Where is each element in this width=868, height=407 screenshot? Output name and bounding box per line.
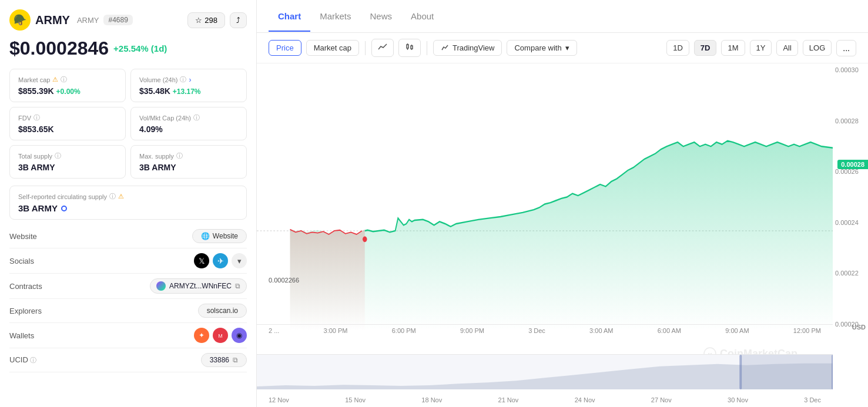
website-button[interactable]: 🌐 Website xyxy=(192,229,247,243)
usd-label: USD xyxy=(852,324,866,331)
price-value: $0.0002846 xyxy=(9,38,109,59)
mini-chart-svg xyxy=(257,355,833,389)
right-panel: Chart Markets News About Price Market ca… xyxy=(257,0,868,407)
volume-expand-icon[interactable]: › xyxy=(189,76,191,84)
watchlist-button[interactable]: ☆ 298 xyxy=(187,12,225,28)
copy-icon[interactable]: ⧉ xyxy=(235,282,240,290)
info-icon-ucid: ⓘ xyxy=(30,356,36,364)
volume-change: +13.17% xyxy=(173,88,201,96)
website-row: Website 🌐 Website xyxy=(9,224,247,248)
svg-rect-14 xyxy=(832,355,833,389)
tab-markets[interactable]: Markets xyxy=(310,2,360,32)
supply-dot xyxy=(61,206,67,211)
coin-logo: 🪖 xyxy=(9,9,31,31)
vol-mkt-value: 4.09% xyxy=(139,125,238,134)
time-label-3: 9:00 PM xyxy=(460,327,484,334)
mini-time-5: 27 Nov xyxy=(651,396,672,403)
mini-time-2: 18 Nov xyxy=(421,396,442,403)
circ-supply-label: Self-reported circulating supply ⓘ ⚠ xyxy=(18,192,238,201)
max-supply-card: Max. supply ⓘ 3B ARMY xyxy=(130,145,247,179)
time-label-6: 6:00 AM xyxy=(658,327,681,334)
price-axis-1: 0.00030 xyxy=(835,66,866,73)
volume-card: Volume (24h) ⓘ › $35.48K +13.17% xyxy=(130,69,247,102)
price-display: $0.0002846 +25.54% (1d) xyxy=(9,38,247,59)
tab-chart[interactable]: Chart xyxy=(269,2,310,32)
price-axis-4: 0.00024 xyxy=(835,219,866,226)
circ-supply-card: Self-reported circulating supply ⓘ ⚠ 3B … xyxy=(9,186,247,220)
coin-rank: #4689 xyxy=(103,15,132,25)
total-supply-value: 3B ARMY xyxy=(18,163,117,172)
mini-time-7: 3 Dec xyxy=(804,396,821,403)
socials-row: Socials 𝕏 ✈ ▾ xyxy=(9,248,247,274)
price-axis-3: 0.00026 xyxy=(835,168,866,175)
time-1d-button[interactable]: 1D xyxy=(666,40,689,56)
svg-rect-13 xyxy=(739,355,742,389)
explorers-label: Explorers xyxy=(9,307,42,315)
website-label: Website xyxy=(9,232,37,241)
info-icon: ⓘ xyxy=(61,75,67,84)
contract-badge: ARMYZt...WNnFEC ⧉ xyxy=(150,278,247,294)
mini-time-1: 15 Nov xyxy=(345,396,366,403)
explorers-row: Explorers solscan.io xyxy=(9,299,247,323)
volume-value: $35.48K +13.17% xyxy=(139,86,238,96)
coin-actions: ☆ 298 ⤴ xyxy=(187,12,247,28)
star-icon: ☆ xyxy=(195,16,202,25)
contract-address: ARMYZt...WNnFEC xyxy=(169,282,232,290)
svg-rect-5 xyxy=(411,46,413,49)
contracts-label: Contracts xyxy=(9,282,42,291)
candle-chart-icon-btn[interactable] xyxy=(398,39,421,57)
time-1m-button[interactable]: 1M xyxy=(721,40,745,56)
tab-news[interactable]: News xyxy=(361,2,402,32)
tab-about[interactable]: About xyxy=(401,2,443,32)
time-label-7: 9:00 AM xyxy=(725,327,749,334)
svg-text:M: M xyxy=(218,333,223,339)
warning-icon: ⚠ xyxy=(52,76,58,83)
svg-rect-12 xyxy=(740,355,833,389)
market-cap-change: +0.00% xyxy=(56,88,81,96)
wallet-1-icon[interactable]: ✦ xyxy=(194,328,209,343)
vol-mkt-label: Vol/Mkt Cap (24h) ⓘ xyxy=(139,113,238,122)
mini-chart[interactable] xyxy=(257,354,833,389)
globe-icon: 🌐 xyxy=(201,232,210,240)
marketcap-button[interactable]: Market cap xyxy=(306,40,359,56)
solana-icon xyxy=(156,281,166,291)
price-button[interactable]: Price xyxy=(269,40,301,56)
contracts-row: Contracts ARMYZt...WNnFEC ⧉ xyxy=(9,274,247,299)
line-chart-icon-btn[interactable] xyxy=(371,39,394,57)
time-1y-button[interactable]: 1Y xyxy=(750,40,772,56)
time-all-button[interactable]: All xyxy=(776,40,797,56)
time-label-5: 3:00 AM xyxy=(589,327,613,334)
time-7d-button[interactable]: 7D xyxy=(694,40,717,56)
time-label-4: 3 Dec xyxy=(528,327,545,334)
compare-with-button[interactable]: Compare with ▾ xyxy=(507,40,577,56)
share-icon: ⤴ xyxy=(236,16,240,25)
tradingview-button[interactable]: TradingView xyxy=(433,40,502,56)
mini-time-0: 12 Nov xyxy=(269,396,289,403)
share-button[interactable]: ⤴ xyxy=(230,12,247,28)
time-label-1: 3:00 PM xyxy=(324,327,348,334)
mini-time-4: 24 Nov xyxy=(575,396,595,403)
price-section: $0.0002846 +25.54% (1d) xyxy=(9,38,247,59)
coin-identity: 🪖 ARMY ARMY #4689 xyxy=(9,9,133,31)
wallet-3-icon[interactable]: ◉ xyxy=(232,328,247,343)
socials-more-icon[interactable]: ▾ xyxy=(232,253,247,268)
socials-value: 𝕏 ✈ ▾ xyxy=(194,253,247,268)
star-count: 298 xyxy=(205,16,217,25)
socials-label: Socials xyxy=(9,257,34,265)
market-cap-label: Market cap ⚠ ⓘ xyxy=(18,75,117,84)
mini-time-axis: 12 Nov 15 Nov 18 Nov 21 Nov 24 Nov 27 No… xyxy=(257,396,833,403)
time-label-8: 12:00 PM xyxy=(793,327,821,334)
tabs-bar: Chart Markets News About xyxy=(257,0,868,33)
price-axis-2: 0.00028 xyxy=(835,117,866,125)
volume-label: Volume (24h) ⓘ › xyxy=(139,75,238,84)
more-button[interactable]: ... xyxy=(836,40,856,56)
wallet-2-icon[interactable]: M xyxy=(213,328,228,343)
explorer-button[interactable]: solscan.io xyxy=(198,304,247,318)
log-button[interactable]: LOG xyxy=(803,40,832,56)
copy-ucid-icon[interactable]: ⧉ xyxy=(233,356,238,364)
twitter-icon[interactable]: 𝕏 xyxy=(194,253,209,268)
svg-point-9 xyxy=(363,237,367,243)
start-price-label: 0.0002266 xyxy=(269,277,299,284)
telegram-icon[interactable]: ✈ xyxy=(213,253,228,268)
time-axis-main: 2 ... 3:00 PM 6:00 PM 9:00 PM 3 Dec 3:00… xyxy=(257,324,833,337)
